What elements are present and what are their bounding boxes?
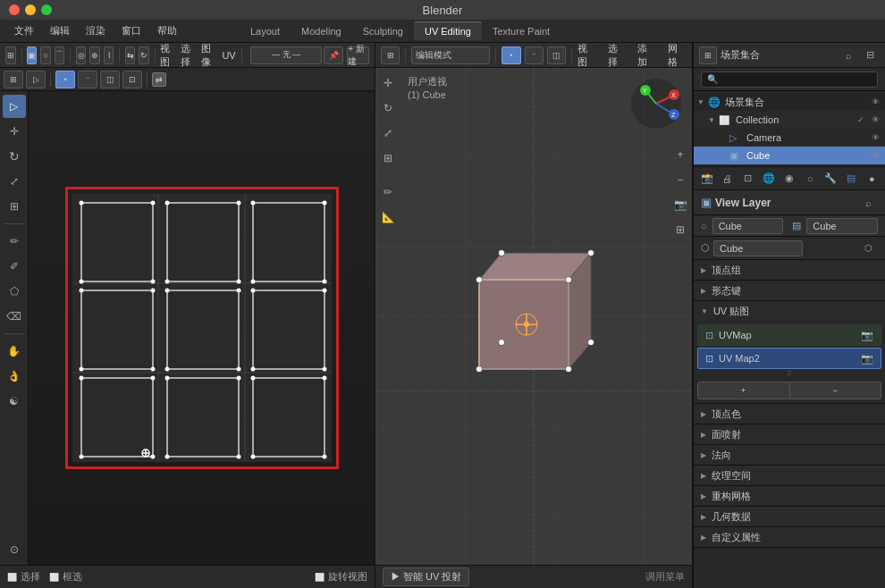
menu-edit[interactable]: 编辑 (43, 22, 77, 39)
sync-btn[interactable]: ↻ (139, 46, 149, 64)
vp-view-label[interactable]: 视图 (577, 42, 596, 69)
uv-tool-rotate[interactable]: ↻ (3, 145, 26, 168)
image-label[interactable]: 图像 (201, 42, 211, 69)
vp-zoom-out[interactable]: − (669, 168, 692, 191)
prop-btn-data[interactable]: ▤ (842, 170, 861, 188)
select-box-btn[interactable]: ▣ (27, 46, 38, 64)
properties-scroll[interactable]: ▶ 顶点组 ▶ 形态键 ▼ UV 贴图 (694, 260, 885, 588)
uv-tool-grab[interactable]: ✋ (3, 340, 26, 363)
vp-tool-move[interactable]: ✛ (376, 71, 400, 95)
prop-btn-render[interactable]: 📸 (697, 170, 716, 188)
outliner-type-btn[interactable]: ⊞ (699, 46, 717, 64)
uv-editor-type-btn[interactable]: ⊞ (5, 46, 16, 64)
uvmap-remove-btn[interactable]: − (790, 382, 882, 399)
prop-section-header-fm[interactable]: ▶ 面喷射 (694, 424, 885, 444)
nav-gizmo[interactable]: X Z Y (629, 77, 683, 130)
tree-item-scene[interactable]: ▼ 🌐 场景集合 👁 (694, 93, 885, 111)
prop-section-header-vg[interactable]: ▶ 顶点组 (694, 260, 885, 280)
prop-section-header-cp[interactable]: ▶ 自定义属性 (694, 527, 885, 547)
window-controls[interactable] (9, 4, 52, 15)
uv-zoom-in[interactable]: ▷ (26, 71, 46, 88)
uvmap-item-1[interactable]: ⊡ UV Map2 📷 (697, 348, 881, 369)
view-label[interactable]: 视图 (160, 42, 170, 69)
menu-help[interactable]: 帮助 (150, 22, 184, 39)
outliner-filter-btn[interactable]: ⌕ (839, 46, 858, 64)
select-lasso-btn[interactable]: ⌒ (55, 46, 65, 64)
menu-file[interactable]: 文件 (7, 22, 41, 39)
uv-tool-erase[interactable]: ⌫ (3, 305, 26, 328)
constraint-icon[interactable]: ⬡ (858, 239, 878, 257)
uv-tool-scale[interactable]: ⤢ (3, 170, 26, 193)
uv-select-mode-vertex[interactable]: • (55, 71, 75, 88)
vp-tool-measure[interactable]: 📐 (376, 206, 400, 229)
tree-eye-collection[interactable]: 👁 (869, 113, 881, 126)
tab-sculpting[interactable]: Sculpting (352, 22, 414, 40)
prop-btn-modifier[interactable]: 🔧 (822, 170, 840, 188)
uv-tool-move[interactable]: ✛ (3, 120, 26, 143)
vp-vertices-mode[interactable]: • (502, 46, 520, 64)
prop-section-header-ts[interactable]: ▶ 纹理空间 (694, 466, 885, 485)
uv-tool-cursor[interactable]: ▷ (3, 95, 26, 118)
uv-select-mode-edge[interactable]: ⁻ (78, 71, 97, 88)
prop-btn-output[interactable]: 🖨 (718, 170, 737, 188)
prop-btn-object[interactable]: ○ (801, 170, 820, 188)
uv-editor-menu-btn[interactable]: ⊞ (4, 71, 23, 88)
viewport-type-btn[interactable]: ⊞ (381, 46, 400, 64)
tree-check-collection[interactable]: ✓ (855, 113, 867, 126)
tree-eye-cube[interactable]: 👁 (869, 149, 881, 162)
uv-label[interactable]: UV (222, 50, 235, 61)
prop-filter-icon[interactable]: ⌕ (858, 194, 878, 212)
prop-section-header-uv[interactable]: ▼ UV 贴图 (694, 301, 885, 321)
uv-tool-extra[interactable]: ⊙ (3, 538, 26, 561)
select-label[interactable]: 选择 (181, 42, 190, 69)
vp-tool-transform[interactable]: ⊞ (376, 147, 400, 170)
prop-btn-world[interactable]: ◉ (780, 170, 798, 188)
uv-tool-annotate[interactable]: ✏ (3, 230, 26, 253)
uv-tool-relax[interactable]: ☯ (3, 390, 26, 413)
image-picker-btn[interactable]: — 无 — (250, 46, 322, 64)
outliner-search-input[interactable] (701, 71, 878, 88)
mirror-btn[interactable]: ⇆ (125, 46, 136, 64)
uv-tool-transform[interactable]: ⊞ (3, 195, 26, 218)
tab-texture-paint[interactable]: Texture Paint (482, 22, 560, 40)
edit-mode-dropdown[interactable]: 编辑模式 (411, 46, 490, 64)
prop-section-header-rm[interactable]: ▶ 重构网格 (694, 486, 885, 506)
prop-btn-viewlayer[interactable]: ⊡ (738, 170, 757, 188)
minimize-button[interactable] (25, 4, 36, 15)
uvmap-0-cam[interactable]: 📷 (861, 330, 873, 341)
obj-data-mesh-name[interactable]: Cube (806, 218, 878, 234)
tab-uv-editing[interactable]: UV Editing (414, 21, 482, 40)
vp-faces-mode[interactable]: ◫ (547, 46, 566, 64)
proportional-btn[interactable]: ◎ (76, 46, 87, 64)
tab-modeling[interactable]: Modeling (291, 22, 352, 40)
tab-layout[interactable]: Layout (240, 22, 291, 40)
select-circle-btn[interactable]: ○ (40, 46, 51, 64)
close-button[interactable] (9, 4, 20, 15)
obj-data-name[interactable]: Cube (712, 218, 784, 234)
prop-btn-material[interactable]: ● (863, 170, 881, 188)
uv-select-mode-island[interactable]: ⊡ (122, 71, 142, 88)
vp-tool-rotate[interactable]: ↻ (376, 97, 400, 120)
vp-tool-scale[interactable]: ⤢ (376, 122, 400, 145)
active-obj-name[interactable]: Cube (713, 240, 803, 256)
vp-mesh-label[interactable]: 网格 (668, 42, 687, 69)
prop-section-header-gd[interactable]: ▶ 几何数据 (694, 507, 885, 526)
smart-uv-btn[interactable]: ▶ 智能 UV 投射 (383, 567, 469, 586)
curve-btn[interactable]: ⌇ (104, 46, 114, 64)
uv-tool-annotate-line[interactable]: ✐ (3, 255, 26, 278)
uvmap-item-0[interactable]: ⊡ UVMap 📷 (697, 324, 881, 346)
menu-window[interactable]: 窗口 (114, 22, 148, 39)
snap-btn[interactable]: ⊕ (89, 46, 100, 64)
prop-btn-scene[interactable]: 🌐 (759, 170, 778, 188)
tree-item-cube[interactable]: ▶ ▣ Cube 👁 (694, 147, 885, 164)
vp-select-label[interactable]: 选择 (608, 42, 627, 69)
pin-btn[interactable]: 📌 (324, 46, 343, 64)
uvmap-drag-handle[interactable]: ⠿ (697, 371, 881, 376)
prop-section-header-vc[interactable]: ▶ 顶点色 (694, 404, 885, 424)
vp-grid-btn[interactable]: ⊞ (669, 218, 692, 241)
uvmap-1-cam[interactable]: 📷 (861, 353, 873, 365)
uv-tool-annotate-poly[interactable]: ⬠ (3, 280, 26, 303)
maximize-button[interactable] (41, 4, 52, 15)
tree-action-eye-scene[interactable]: 👁 (869, 96, 881, 108)
vp-edges-mode[interactable]: ⁻ (525, 46, 544, 64)
